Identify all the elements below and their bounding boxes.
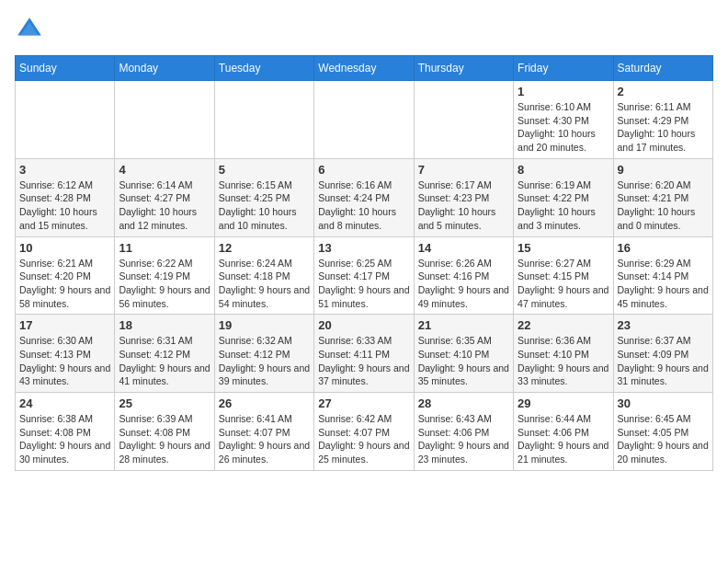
day-info: Sunrise: 6:12 AMSunset: 4:28 PMDaylight:… xyxy=(19,178,110,233)
day-number: 17 xyxy=(19,318,110,332)
calendar-cell: 11Sunrise: 6:22 AMSunset: 4:19 PMDayligh… xyxy=(115,236,214,315)
logo-icon xyxy=(15,15,44,44)
calendar-cell: 22Sunrise: 6:36 AMSunset: 4:10 PMDayligh… xyxy=(514,315,613,393)
day-number: 1 xyxy=(518,85,609,98)
calendar-cell: 14Sunrise: 6:26 AMSunset: 4:16 PMDayligh… xyxy=(414,236,513,315)
day-number: 6 xyxy=(318,163,409,177)
day-number: 9 xyxy=(618,163,709,177)
day-number: 25 xyxy=(119,396,210,410)
day-info: Sunrise: 6:14 AMSunset: 4:27 PMDaylight:… xyxy=(119,178,210,233)
calendar-cell xyxy=(314,81,414,159)
calendar-cell: 16Sunrise: 6:29 AMSunset: 4:14 PMDayligh… xyxy=(613,236,712,315)
calendar-cell xyxy=(115,81,214,159)
day-info: Sunrise: 6:24 AMSunset: 4:18 PMDaylight:… xyxy=(219,257,310,311)
day-info: Sunrise: 6:37 AMSunset: 4:09 PMDaylight:… xyxy=(618,334,709,388)
day-info: Sunrise: 6:22 AMSunset: 4:19 PMDaylight:… xyxy=(119,257,210,311)
day-number: 16 xyxy=(618,241,709,255)
calendar-cell: 13Sunrise: 6:25 AMSunset: 4:17 PMDayligh… xyxy=(314,236,414,315)
calendar-cell: 6Sunrise: 6:16 AMSunset: 4:24 PMDaylight… xyxy=(314,158,414,236)
day-number: 3 xyxy=(19,163,110,177)
day-number: 20 xyxy=(318,318,409,332)
day-info: Sunrise: 6:20 AMSunset: 4:21 PMDaylight:… xyxy=(618,178,709,233)
day-number: 10 xyxy=(19,241,110,255)
day-info: Sunrise: 6:36 AMSunset: 4:10 PMDaylight:… xyxy=(518,334,609,388)
day-number: 27 xyxy=(318,396,409,410)
calendar-cell: 21Sunrise: 6:35 AMSunset: 4:10 PMDayligh… xyxy=(414,315,513,393)
calendar-week-row: 24Sunrise: 6:38 AMSunset: 4:08 PMDayligh… xyxy=(16,393,713,471)
calendar-cell: 27Sunrise: 6:42 AMSunset: 4:07 PMDayligh… xyxy=(314,393,414,471)
day-of-week-header: Tuesday xyxy=(214,56,313,81)
day-info: Sunrise: 6:15 AMSunset: 4:25 PMDaylight:… xyxy=(219,178,310,233)
day-info: Sunrise: 6:29 AMSunset: 4:14 PMDaylight:… xyxy=(618,257,709,311)
calendar-cell: 28Sunrise: 6:43 AMSunset: 4:06 PMDayligh… xyxy=(414,393,513,471)
calendar-cell: 20Sunrise: 6:33 AMSunset: 4:11 PMDayligh… xyxy=(314,315,414,393)
calendar-cell xyxy=(16,81,115,159)
calendar-cell: 7Sunrise: 6:17 AMSunset: 4:23 PMDaylight… xyxy=(414,158,513,236)
day-info: Sunrise: 6:32 AMSunset: 4:12 PMDaylight:… xyxy=(219,334,310,388)
calendar-cell: 8Sunrise: 6:19 AMSunset: 4:22 PMDaylight… xyxy=(514,158,613,236)
day-info: Sunrise: 6:42 AMSunset: 4:07 PMDaylight:… xyxy=(318,412,409,466)
calendar-cell: 1Sunrise: 6:10 AMSunset: 4:30 PMDaylight… xyxy=(514,81,613,159)
calendar-cell: 2Sunrise: 6:11 AMSunset: 4:29 PMDaylight… xyxy=(613,81,712,159)
day-number: 18 xyxy=(119,318,210,332)
calendar-table: SundayMondayTuesdayWednesdayThursdayFrid… xyxy=(15,55,713,471)
calendar-cell: 26Sunrise: 6:41 AMSunset: 4:07 PMDayligh… xyxy=(214,393,313,471)
calendar-week-row: 1Sunrise: 6:10 AMSunset: 4:30 PMDaylight… xyxy=(16,81,713,159)
day-number: 5 xyxy=(219,163,310,177)
day-info: Sunrise: 6:17 AMSunset: 4:23 PMDaylight:… xyxy=(418,178,509,233)
calendar-cell: 12Sunrise: 6:24 AMSunset: 4:18 PMDayligh… xyxy=(214,236,313,315)
day-number: 2 xyxy=(618,85,709,98)
calendar-cell: 25Sunrise: 6:39 AMSunset: 4:08 PMDayligh… xyxy=(115,393,214,471)
day-info: Sunrise: 6:30 AMSunset: 4:13 PMDaylight:… xyxy=(19,334,110,388)
day-info: Sunrise: 6:26 AMSunset: 4:16 PMDaylight:… xyxy=(418,257,509,311)
day-of-week-header: Monday xyxy=(115,56,214,81)
day-info: Sunrise: 6:35 AMSunset: 4:10 PMDaylight:… xyxy=(418,334,509,388)
calendar-week-row: 17Sunrise: 6:30 AMSunset: 4:13 PMDayligh… xyxy=(16,315,713,393)
day-number: 13 xyxy=(318,241,409,255)
page-header xyxy=(15,15,713,44)
day-info: Sunrise: 6:38 AMSunset: 4:08 PMDaylight:… xyxy=(19,412,110,466)
day-number: 12 xyxy=(219,241,310,255)
logo xyxy=(15,15,48,44)
day-info: Sunrise: 6:25 AMSunset: 4:17 PMDaylight:… xyxy=(318,257,409,311)
calendar-cell: 15Sunrise: 6:27 AMSunset: 4:15 PMDayligh… xyxy=(514,236,613,315)
calendar-cell: 24Sunrise: 6:38 AMSunset: 4:08 PMDayligh… xyxy=(16,393,115,471)
day-info: Sunrise: 6:33 AMSunset: 4:11 PMDaylight:… xyxy=(318,334,409,388)
day-number: 22 xyxy=(518,318,609,332)
day-info: Sunrise: 6:21 AMSunset: 4:20 PMDaylight:… xyxy=(19,257,110,311)
day-info: Sunrise: 6:19 AMSunset: 4:22 PMDaylight:… xyxy=(518,178,609,233)
day-info: Sunrise: 6:43 AMSunset: 4:06 PMDaylight:… xyxy=(418,412,509,466)
calendar-cell: 10Sunrise: 6:21 AMSunset: 4:20 PMDayligh… xyxy=(16,236,115,315)
calendar-cell: 18Sunrise: 6:31 AMSunset: 4:12 PMDayligh… xyxy=(115,315,214,393)
day-info: Sunrise: 6:39 AMSunset: 4:08 PMDaylight:… xyxy=(119,412,210,466)
day-number: 19 xyxy=(219,318,310,332)
day-number: 11 xyxy=(119,241,210,255)
day-info: Sunrise: 6:16 AMSunset: 4:24 PMDaylight:… xyxy=(318,178,409,233)
day-info: Sunrise: 6:44 AMSunset: 4:06 PMDaylight:… xyxy=(518,412,609,466)
day-info: Sunrise: 6:27 AMSunset: 4:15 PMDaylight:… xyxy=(518,257,609,311)
day-number: 7 xyxy=(418,163,509,177)
calendar-cell: 19Sunrise: 6:32 AMSunset: 4:12 PMDayligh… xyxy=(214,315,313,393)
calendar-cell xyxy=(214,81,313,159)
day-of-week-header: Saturday xyxy=(613,56,712,81)
calendar-week-row: 10Sunrise: 6:21 AMSunset: 4:20 PMDayligh… xyxy=(16,236,713,315)
calendar-cell: 29Sunrise: 6:44 AMSunset: 4:06 PMDayligh… xyxy=(514,393,613,471)
header-row: SundayMondayTuesdayWednesdayThursdayFrid… xyxy=(16,56,713,81)
day-of-week-header: Friday xyxy=(514,56,613,81)
day-info: Sunrise: 6:10 AMSunset: 4:30 PMDaylight:… xyxy=(518,100,609,155)
day-info: Sunrise: 6:31 AMSunset: 4:12 PMDaylight:… xyxy=(119,334,210,388)
calendar-cell: 9Sunrise: 6:20 AMSunset: 4:21 PMDaylight… xyxy=(613,158,712,236)
calendar-cell: 30Sunrise: 6:45 AMSunset: 4:05 PMDayligh… xyxy=(613,393,712,471)
day-number: 26 xyxy=(219,396,310,410)
day-number: 14 xyxy=(418,241,509,255)
calendar-cell: 4Sunrise: 6:14 AMSunset: 4:27 PMDaylight… xyxy=(115,158,214,236)
calendar-cell: 5Sunrise: 6:15 AMSunset: 4:25 PMDaylight… xyxy=(214,158,313,236)
day-number: 4 xyxy=(119,163,210,177)
day-of-week-header: Thursday xyxy=(414,56,513,81)
day-number: 23 xyxy=(618,318,709,332)
day-number: 24 xyxy=(19,396,110,410)
day-number: 8 xyxy=(518,163,609,177)
day-number: 21 xyxy=(418,318,509,332)
day-number: 15 xyxy=(518,241,609,255)
calendar-week-row: 3Sunrise: 6:12 AMSunset: 4:28 PMDaylight… xyxy=(16,158,713,236)
